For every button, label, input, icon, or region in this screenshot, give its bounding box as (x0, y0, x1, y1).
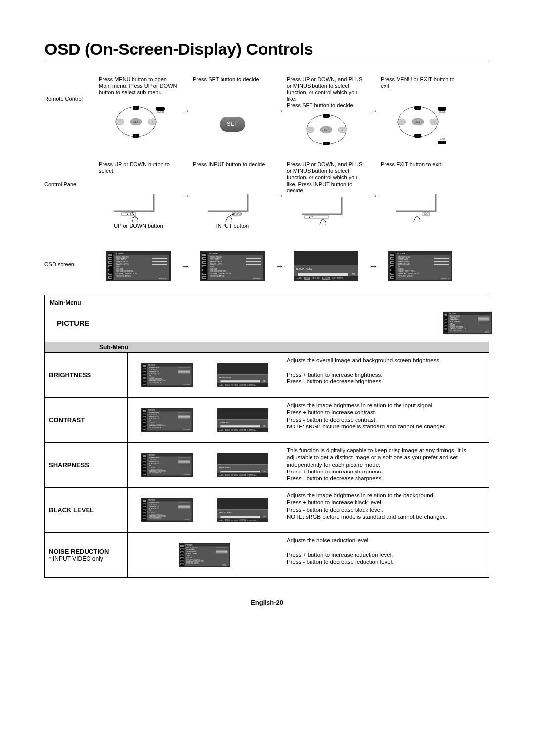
submenu-row: BRIGHTNESSPICTUREBRIGHTNESSCONTRASTSHARP… (45, 352, 489, 397)
submenu-thumbs: PICTUREBRIGHTNESSCONTRASTSHARPNESSBLACK … (128, 533, 282, 577)
svg-text:▼: ▼ (135, 134, 137, 137)
arrow-right-icon: → (366, 251, 381, 272)
svg-text:▲: ▲ (417, 106, 419, 109)
osd-step-1: PICTUREBRIGHTNESSCONTRASTSHARPNESSBLACK … (99, 251, 178, 282)
arrow-right-icon: → (272, 161, 287, 202)
page-number: English-20 (44, 599, 490, 606)
svg-text:MENU: MENU (439, 110, 446, 113)
osd-menu-thumbnail: PICTUREBRIGHTNESSCONTRASTSHARPNESSBLACK … (443, 312, 492, 334)
panel-step-1: Press UP or DOWN button to select. ▲ ▼ U… (99, 161, 178, 236)
osd-step-2: PICTUREBRIGHTNESSCONTRASTSHARPNESSBLACK … (193, 251, 272, 282)
remote-step-3-caption: Press UP or DOWN, and PLUS or MINUS butt… (287, 76, 366, 109)
submenu-row: SHARPNESSPICTUREBRIGHTNESSCONTRASTSHARPN… (45, 442, 489, 487)
remote-step-4-caption: Press MENU or EXIT button to exit. (381, 76, 460, 101)
osd-menu-thumbnail: PICTUREBRIGHTNESSCONTRASTSHARPNESSBLACK … (179, 543, 230, 567)
panel-step-1-caption: Press UP or DOWN button to select. (99, 161, 178, 191)
osd-menu-thumbnail: PICTUREBRIGHTNESSCONTRASTSHARPNESSBLACK … (141, 498, 193, 522)
sub-menu-header: Sub-Menu (45, 342, 489, 352)
submenu-thumbs: PICTUREBRIGHTNESSCONTRASTSHARPNESSBLACK … (128, 353, 282, 397)
svg-text:EXIT: EXIT (440, 137, 445, 140)
panel-row: Control Panel Press UP or DOWN button to… (44, 161, 490, 239)
svg-text:▲: ▲ (325, 114, 328, 117)
remote-row: Remote Control Press MENU button to open… (44, 76, 490, 154)
submenu-desc: Adjusts the image brightness in relation… (282, 398, 489, 442)
submenu-row: CONTRASTPICTUREBRIGHTNESSCONTRASTSHARPNE… (45, 397, 489, 442)
monitor-corner-icon: ▲ ▼ – + (299, 195, 354, 225)
osd-label: OSD screen (44, 251, 99, 268)
svg-text:SET: SET (415, 120, 420, 123)
page-title: OSD (On-Screen-Display) Controls (44, 40, 490, 59)
remote-step-1-caption: Press MENU button to open Main menu. Pre… (99, 76, 178, 101)
svg-text:▼: ▼ (325, 142, 328, 145)
osd-menu-thumbnail: PICTUREBRIGHTNESSCONTRASTSHARPNESSBLACK … (141, 408, 193, 432)
osd-menu-thumbnail: PICTUREBRIGHTNESSCONTRASTSHARPNESSBLACK … (388, 251, 452, 281)
submenu-row: NOISE REDUCTION*:INPUT VIDEO onlyPICTURE… (45, 532, 489, 577)
svg-text:+: + (342, 128, 344, 131)
remote-step-2-caption: Press SET button to decide. (193, 76, 272, 101)
svg-text:SET: SET (324, 128, 329, 131)
set-button-large: SET (220, 117, 245, 132)
submenu-thumbs: PICTUREBRIGHTNESSCONTRASTSHARPNESSBLACK … (128, 443, 282, 487)
osd-slider-thumbnail: BRIGHTNESS50+-:ADJSETRETURNMENUEXIT MENU (294, 251, 358, 281)
arrow-right-icon: → (272, 251, 287, 272)
remote-label: Remote Control (44, 76, 99, 102)
arrow-right-icon: → (366, 161, 381, 202)
osd-slider-thumbnail: CONTRAST50+-:ADJSETRETURNMENUEXIT MENU (217, 408, 268, 432)
panel-step-1-bottom: UP or DOWN button (111, 223, 166, 229)
panel-step-4: Press EXIT button to exit. EXIT (381, 161, 460, 236)
monitor-corner-icon: INPUT (205, 192, 260, 222)
main-menu-header: Main-Menu (45, 295, 489, 308)
panel-step-3: Press UP or DOWN, and PLUS or MINUS butt… (287, 161, 366, 239)
osd-menu-thumbnail: PICTUREBRIGHTNESSCONTRASTSHARPNESSBLACK … (141, 363, 193, 387)
svg-text:▼: ▼ (417, 134, 419, 137)
panel-label: Control Panel (44, 161, 99, 188)
submenu-desc: This function is digitally capable to ke… (282, 443, 489, 487)
picture-title: PICTURE (57, 319, 427, 327)
remote-step-4: Press MENU or EXIT button to exit. ▲ ▼ -… (381, 76, 460, 146)
panel-step-3-caption: Press UP or DOWN, and PLUS or MINUS butt… (287, 161, 366, 194)
arrow-right-icon: → (178, 76, 193, 117)
monitor-corner-icon: EXIT (393, 192, 447, 222)
submenu-name: CONTRAST (45, 398, 128, 442)
panel-step-2-caption: Press INPUT button to decide (193, 161, 272, 191)
panel-step-4-caption: Press EXIT button to exit. (381, 161, 460, 191)
arrow-right-icon: → (366, 76, 381, 117)
svg-text:+: + (152, 120, 153, 123)
remote-ellipse-icon: ▲ ▼ - + SET MENU (109, 102, 168, 142)
osd-step-4: PICTUREBRIGHTNESSCONTRASTSHARPNESSBLACK … (381, 251, 460, 282)
svg-rect-37 (438, 141, 446, 144)
arrow-right-icon: → (178, 161, 193, 202)
panel-step-2-bottom: INPUT button (205, 223, 260, 229)
svg-text:INPUT: INPUT (235, 212, 242, 215)
svg-text:MENU: MENU (157, 110, 164, 113)
arrow-right-icon: → (178, 251, 193, 272)
submenu-name: NOISE REDUCTION*:INPUT VIDEO only (45, 533, 128, 577)
submenu-desc: Adjusts the overall image and background… (282, 353, 489, 397)
svg-text:+: + (434, 120, 435, 123)
submenu-thumbs: PICTUREBRIGHTNESSCONTRASTSHARPNESSBLACK … (128, 398, 282, 442)
svg-text:▲  ▼: ▲ ▼ (126, 212, 132, 215)
osd-slider-thumbnail: BLACK LEVEL50+-:ADJSETRETURNMENUEXIT MEN… (217, 498, 268, 522)
picture-row: PICTURE PICTUREBRIGHTNESSCONTRASTSHARPNE… (45, 308, 489, 342)
monitor-corner-icon: ▲ ▼ (111, 192, 166, 222)
osd-row: OSD screen PICTUREBRIGHTNESSCONTRASTSHAR… (44, 251, 490, 282)
panel-step-2: Press INPUT button to decide INPUT INPUT… (193, 161, 272, 236)
osd-slider-thumbnail: BRIGHTNESS50+-:ADJSETRETURNMENUEXIT MENU (217, 363, 268, 387)
submenu-name: BRIGHTNESS (45, 353, 128, 397)
submenu-desc: Adjusts the image brightness in relation… (282, 488, 489, 532)
osd-step-3: BRIGHTNESS50+-:ADJSETRETURNMENUEXIT MENU (287, 251, 366, 282)
menu-table: Main-Menu PICTURE PICTUREBRIGHTNESSCONTR… (44, 295, 490, 578)
remote-step-3: Press UP or DOWN, and PLUS or MINUS butt… (287, 76, 366, 154)
svg-text:EXIT: EXIT (424, 212, 430, 215)
osd-menu-thumbnail: PICTUREBRIGHTNESSCONTRASTSHARPNESSBLACK … (200, 251, 265, 281)
osd-menu-thumbnail: PICTUREBRIGHTNESSCONTRASTSHARPNESSBLACK … (141, 453, 193, 477)
svg-line-53 (230, 214, 234, 216)
flow-section: Remote Control Press MENU button to open… (44, 76, 490, 282)
submenu-desc: Adjusts the noise reduction level. Press… (282, 533, 489, 577)
svg-text:▲: ▲ (135, 106, 137, 109)
remote-ellipse-icon: ▲ ▼ - + SET MENU EXIT (391, 102, 450, 146)
remote-step-2: Press SET button to decide. SET (193, 76, 272, 146)
title-rule (44, 62, 490, 62)
submenu-row: BLACK LEVELPICTUREBRIGHTNESSCONTRASTSHAR… (45, 487, 489, 532)
svg-text:▲ ▼   –   +: ▲ ▼ – + (308, 215, 318, 218)
